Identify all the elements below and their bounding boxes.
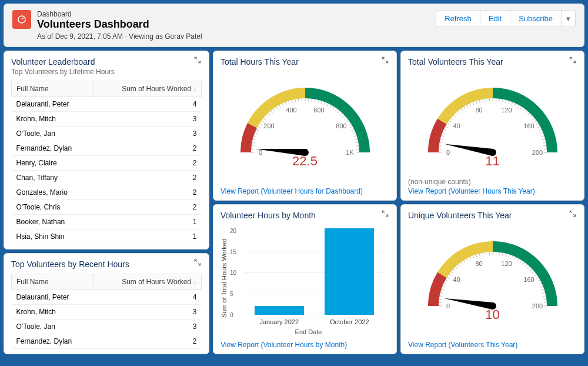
- total-volunteers-note: (non-unique counts): [408, 178, 471, 186]
- svg-line-160: [536, 277, 538, 278]
- svg-line-29: [315, 99, 315, 102]
- expand-icon[interactable]: [193, 258, 203, 268]
- svg-line-100: [534, 121, 536, 122]
- svg-line-139: [476, 254, 477, 257]
- svg-line-128: [447, 277, 449, 278]
- expand-icon[interactable]: [569, 56, 578, 65]
- table-row[interactable]: O'Toole, Jan3: [12, 126, 202, 141]
- svg-line-39: [342, 115, 345, 117]
- table-row[interactable]: Krohn, Mitch3: [12, 111, 202, 126]
- svg-line-40: [345, 118, 347, 119]
- expand-icon[interactable]: [381, 56, 390, 65]
- unique-volunteers-report-link[interactable]: View Report (Volunteers This Year): [408, 336, 577, 349]
- svg-line-5: [252, 139, 255, 139]
- svg-line-44: [351, 129, 354, 130]
- table-row[interactable]: Krohn, Mitch3: [12, 304, 202, 319]
- svg-line-123: [440, 292, 443, 293]
- bar[interactable]: [255, 306, 304, 314]
- unique-volunteers-card: Unique Volunteers This Year 040801201602…: [400, 204, 584, 354]
- expand-icon[interactable]: [381, 209, 390, 219]
- refresh-button[interactable]: Refresh: [436, 10, 480, 27]
- svg-line-49: [356, 145, 359, 146]
- col-hours[interactable]: Sum of Hours Worked↓: [94, 81, 202, 97]
- table-row[interactable]: Delauranti, Peter4: [12, 290, 202, 304]
- expand-icon[interactable]: [193, 56, 203, 65]
- bar-xlabel: End Date: [228, 328, 389, 335]
- svg-line-154: [523, 262, 524, 264]
- hours-by-month-report-link[interactable]: View Report (Volunteer Hours by Month): [220, 336, 389, 349]
- header-actions: Refresh Edit Subscribe ▾: [436, 10, 576, 27]
- col-name[interactable]: Full Name: [12, 81, 94, 97]
- svg-line-140: [479, 253, 480, 256]
- svg-line-121: [439, 299, 442, 300]
- svg-line-78: [469, 103, 470, 106]
- svg-line-162: [539, 282, 542, 284]
- svg-line-152: [517, 258, 518, 261]
- svg-line-76: [463, 107, 465, 109]
- svg-line-138: [473, 255, 474, 258]
- table-row[interactable]: O'Toole, Jan3: [12, 319, 202, 334]
- svg-line-141: [482, 252, 483, 255]
- svg-line-21: [288, 101, 289, 104]
- more-actions-button[interactable]: ▾: [562, 10, 576, 27]
- svg-line-73: [456, 113, 457, 115]
- table-row[interactable]: Gonzales, Mario2: [12, 185, 202, 199]
- subscribe-button[interactable]: Subscribe: [510, 10, 562, 27]
- edit-button[interactable]: Edit: [480, 10, 510, 27]
- svg-line-136: [466, 258, 467, 261]
- svg-line-103: [539, 129, 542, 130]
- svg-line-91: [512, 102, 513, 105]
- svg-line-34: [329, 105, 330, 107]
- col-hours[interactable]: Sum of Hours Worked↓: [94, 274, 202, 290]
- leaderboard-title: Volunteer Leaderboard: [11, 57, 202, 66]
- total-hours-card: Total Hours This Year 02004006008001K22.…: [213, 51, 397, 201]
- svg-line-48: [355, 142, 358, 142]
- svg-line-166: [543, 295, 546, 296]
- svg-text:40: 40: [453, 122, 460, 129]
- svg-line-20: [285, 102, 286, 105]
- table-row[interactable]: O'Toole, Chris2: [12, 199, 202, 214]
- table-row[interactable]: Fernandez, Dylan2: [12, 334, 202, 348]
- svg-line-150: [512, 255, 513, 258]
- sort-desc-icon: ↓: [193, 279, 196, 285]
- svg-line-97: [527, 113, 529, 115]
- svg-line-161: [537, 280, 540, 281]
- svg-line-24: [298, 98, 299, 101]
- svg-line-90: [508, 101, 509, 104]
- table-row[interactable]: Henry, Claire2: [12, 155, 202, 170]
- table-row[interactable]: Chan, Tiffany2: [12, 170, 202, 185]
- svg-text:400: 400: [286, 106, 296, 113]
- svg-line-99: [532, 118, 534, 119]
- table-row[interactable]: Hsia, Shin Shin1: [12, 229, 202, 244]
- svg-text:160: 160: [523, 122, 534, 129]
- col-name[interactable]: Full Name: [12, 274, 94, 290]
- recent-title: Top Volunteers by Recent Hours: [11, 259, 202, 269]
- sort-desc-icon: ↓: [193, 86, 196, 92]
- svg-line-167: [543, 299, 546, 300]
- svg-line-23: [295, 99, 295, 102]
- svg-line-79: [473, 102, 474, 105]
- svg-line-64: [440, 139, 443, 139]
- table-row[interactable]: Fernandez, Dylan2: [12, 141, 202, 155]
- total-hours-report-link[interactable]: View Report (Volunteer Hours for Dashboa…: [220, 182, 389, 195]
- bar[interactable]: [325, 228, 374, 314]
- svg-line-157: [530, 269, 532, 271]
- total-volunteers-report-link[interactable]: View Report (Volunteer Hours This Year): [408, 186, 577, 195]
- svg-line-80: [476, 101, 477, 104]
- svg-line-13: [265, 115, 268, 117]
- svg-line-62: [439, 145, 442, 146]
- leaderboard-report-link[interactable]: View Report (Top Volunteers by Lifetime …: [11, 244, 202, 249]
- svg-line-98: [530, 115, 532, 117]
- unique-volunteers-gauge: 0408012016020010: [416, 224, 569, 312]
- svg-line-35: [332, 107, 334, 109]
- svg-line-36: [335, 108, 337, 111]
- svg-line-45: [352, 132, 355, 134]
- dashboard-header: Dashboard Volunteers Dashboard As of Dec…: [4, 4, 584, 47]
- table-row[interactable]: Booker, Nathan1: [12, 214, 202, 229]
- table-row[interactable]: Delauranti, Peter4: [12, 97, 202, 111]
- svg-line-68: [445, 126, 447, 127]
- svg-line-107: [543, 142, 546, 142]
- svg-line-43: [350, 126, 352, 127]
- svg-text:80: 80: [475, 259, 482, 267]
- expand-icon[interactable]: [569, 209, 578, 219]
